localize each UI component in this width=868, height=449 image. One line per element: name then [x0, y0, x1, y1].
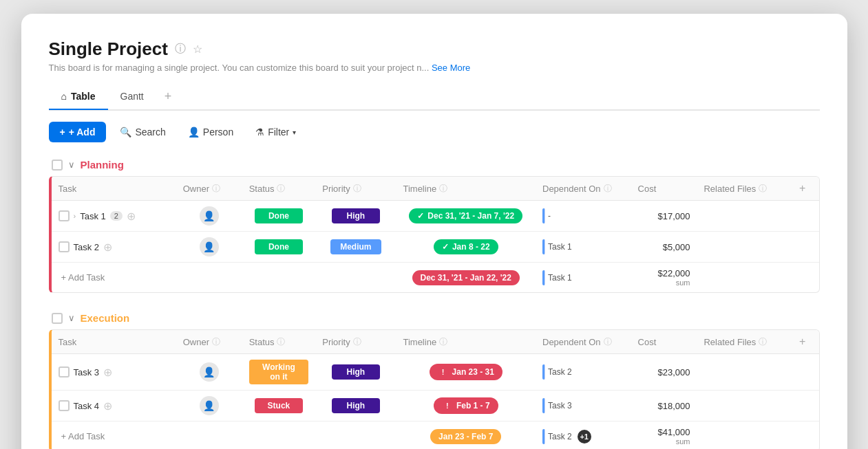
priority-badge-3[interactable]: High — [332, 364, 380, 380]
relfiles-info-icon[interactable]: ⓘ — [759, 183, 767, 195]
sum-add-execution — [792, 421, 818, 450]
row-checkbox-1[interactable] — [59, 210, 70, 221]
priority-badge-2[interactable]: Medium — [330, 239, 381, 254]
task-cell-1: › Task 1 2 ⊕ — [52, 201, 176, 232]
add-task-owner — [176, 263, 242, 293]
execution-table-wrap: Task Owner ⓘ Status ⓘ Priority ⓘ Timelin… — [49, 329, 820, 449]
tab-add-button[interactable]: + — [156, 84, 180, 109]
main-window: Single Project ⓘ ☆ This board is for man… — [21, 14, 847, 449]
execution-header-row: Task Owner ⓘ Status ⓘ Priority ⓘ Timelin… — [52, 330, 819, 354]
tab-gantt[interactable]: Gantt — [108, 85, 156, 110]
status-badge-1[interactable]: Done — [255, 208, 303, 223]
section-execution-chevron[interactable]: ∨ — [68, 313, 75, 323]
add-task-label-planning[interactable]: + Add Task — [52, 263, 176, 293]
owner-cell-4: 👤 — [176, 391, 242, 421]
timeline-cell-3[interactable]: ! Jan 23 - 31 — [396, 354, 536, 391]
row-add-1 — [792, 201, 818, 232]
relfiles-cell-2 — [697, 232, 792, 263]
priority-badge-1[interactable]: High — [332, 208, 380, 223]
add-subtask-icon-3[interactable]: ⊕ — [103, 366, 112, 379]
priority-cell-3[interactable]: High — [315, 354, 396, 391]
priority-info-icon-exec[interactable]: ⓘ — [353, 336, 361, 348]
timeline-info-icon[interactable]: ⓘ — [439, 183, 447, 195]
status-info-icon[interactable]: ⓘ — [277, 183, 285, 195]
owner-info-icon-exec[interactable]: ⓘ — [212, 336, 220, 348]
status-cell-2[interactable]: Done — [242, 232, 316, 263]
search-button[interactable]: 🔍 Search — [112, 122, 173, 142]
status-info-icon-exec[interactable]: ⓘ — [277, 336, 285, 348]
dep-info-icon-exec[interactable]: ⓘ — [604, 336, 612, 348]
th-add-planning[interactable]: + — [792, 177, 818, 201]
status-badge-3[interactable]: Working on it — [249, 360, 309, 384]
col-add-icon-exec[interactable]: + — [799, 336, 805, 347]
priority-cell-4[interactable]: High — [315, 391, 396, 421]
th-task-exec: Task — [52, 330, 176, 354]
info-icon[interactable]: ⓘ — [175, 42, 186, 56]
section-planning-chevron[interactable]: ∨ — [68, 160, 75, 170]
timeline-cell-2[interactable]: ✓ Jan 8 - 22 — [396, 232, 536, 263]
owner-info-icon[interactable]: ⓘ — [212, 183, 220, 195]
status-badge-2[interactable]: Done — [255, 239, 303, 254]
relfiles-info-icon-exec[interactable]: ⓘ — [759, 336, 767, 348]
add-subtask-icon-1[interactable]: ⊕ — [127, 210, 136, 223]
status-badge-4[interactable]: Stuck — [255, 398, 303, 413]
timeline-cell-1[interactable]: ✓ Dec 31, '21 - Jan 7, '22 — [396, 201, 536, 232]
add-task-row-planning[interactable]: + Add Task Dec 31, '21 - Jan 22, '22 — [52, 263, 819, 293]
relfiles-cell-1 — [697, 201, 792, 232]
sum-timeline-badge-execution: Jan 23 - Feb 7 — [430, 429, 501, 444]
status-cell-1[interactable]: Done — [242, 201, 316, 232]
timeline-exclaim-4: ! — [442, 400, 453, 411]
star-icon[interactable]: ☆ — [193, 43, 202, 56]
th-add-exec[interactable]: + — [792, 330, 818, 354]
section-execution-checkbox[interactable] — [52, 313, 63, 324]
priority-info-icon[interactable]: ⓘ — [353, 183, 361, 195]
th-owner-planning: Owner ⓘ — [176, 177, 242, 201]
th-timeline-exec: Timeline ⓘ — [396, 330, 536, 354]
see-more-link[interactable]: See More — [432, 63, 470, 73]
add-subtask-icon-2[interactable]: ⊕ — [103, 241, 112, 254]
task-expand-1[interactable]: › — [74, 212, 76, 220]
priority-cell-1[interactable]: High — [315, 201, 396, 232]
row-checkbox-2[interactable] — [59, 241, 70, 252]
filter-chevron-icon: ▾ — [293, 129, 296, 136]
add-task-row-execution[interactable]: + Add Task Jan 23 - Feb 7 Ta — [52, 421, 819, 450]
col-add-icon[interactable]: + — [799, 182, 805, 194]
timeline-info-icon-exec[interactable]: ⓘ — [439, 336, 447, 348]
planning-header-row: Task Owner ⓘ Status ⓘ Priority ⓘ Timelin… — [52, 177, 819, 201]
dep-indicator-4 — [542, 398, 545, 413]
timeline-badge-3[interactable]: ! Jan 23 - 31 — [430, 364, 502, 380]
sum-cost-execution: $41,000 sum — [631, 421, 697, 450]
sum-dep-execution: Task 2 +1 — [536, 421, 631, 450]
priority-badge-4[interactable]: High — [332, 398, 380, 413]
row-checkbox-4[interactable] — [59, 400, 70, 411]
cost-cell-1: $17,000 — [631, 201, 697, 232]
timeline-cell-4[interactable]: ! Feb 1 - 7 — [396, 391, 536, 421]
sum-cost-value-planning: $22,000 — [657, 268, 690, 278]
th-cost-planning: Cost — [631, 177, 697, 201]
cost-value-1: $17,000 — [657, 211, 690, 221]
dep-info-icon[interactable]: ⓘ — [604, 183, 612, 195]
row-checkbox-3[interactable] — [59, 366, 70, 377]
cost-value-3: $23,000 — [657, 367, 690, 377]
person-button[interactable]: 👤 Person — [180, 122, 242, 142]
timeline-badge-4[interactable]: ! Feb 1 - 7 — [434, 397, 498, 414]
th-status-planning: Status ⓘ — [242, 177, 316, 201]
add-subtask-icon-4[interactable]: ⊕ — [103, 399, 112, 413]
row-add-2 — [792, 232, 818, 263]
timeline-badge-1[interactable]: ✓ Dec 31, '21 - Jan 7, '22 — [409, 208, 522, 223]
relfiles-cell-3 — [697, 354, 792, 391]
status-cell-3[interactable]: Working on it — [242, 354, 316, 391]
filter-button[interactable]: ⚗ Filter ▾ — [247, 122, 304, 142]
status-cell-4[interactable]: Stuck — [242, 391, 316, 421]
dep-cell-2: Task 1 — [536, 232, 631, 263]
sum-cost-value-execution: $41,000 — [657, 427, 690, 437]
cost-value-4: $18,000 — [657, 401, 690, 411]
tab-table[interactable]: ⌂ Table — [49, 85, 108, 110]
timeline-badge-2[interactable]: ✓ Jan 8 - 22 — [434, 239, 498, 254]
priority-cell-2[interactable]: Medium — [315, 232, 396, 263]
add-task-priority — [315, 263, 396, 293]
task-cell-3: Task 3 ⊕ — [52, 354, 176, 391]
section-planning-checkbox[interactable] — [52, 160, 63, 171]
add-button[interactable]: + + Add — [49, 122, 107, 142]
add-task-label-execution[interactable]: + Add Task — [52, 421, 176, 450]
